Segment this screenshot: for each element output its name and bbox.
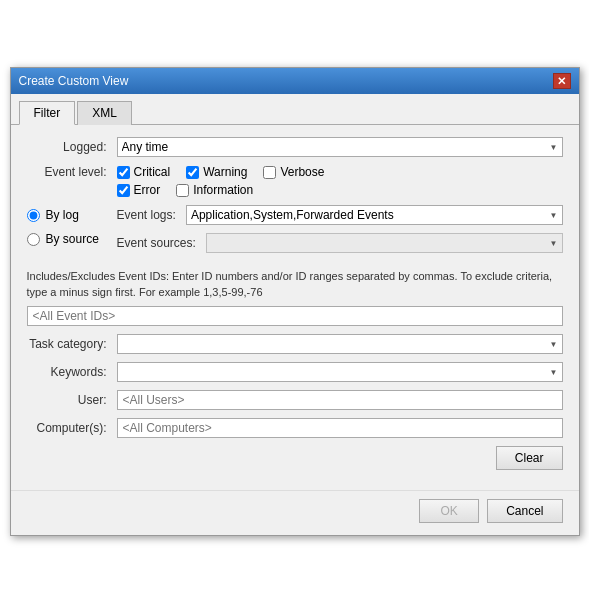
checkbox-row-2: Error Information [117,183,563,197]
computer-input-wrap [117,418,563,438]
event-sources-select-wrapper [206,233,563,253]
dialog-title: Create Custom View [19,74,129,88]
by-source-label: By source [46,232,99,246]
information-checkbox[interactable] [176,184,189,197]
task-category-select[interactable] [117,334,563,354]
keywords-label: Keywords: [27,365,117,379]
information-checkbox-label[interactable]: Information [176,183,253,197]
by-source-radio-label[interactable]: By source [27,229,117,249]
event-level-checkboxes: Critical Warning Verbose Error [117,165,563,197]
computer-input[interactable] [117,418,563,438]
user-input[interactable] [117,390,563,410]
task-category-label: Task category: [27,337,117,351]
event-ids-input-wrap [27,306,563,326]
keywords-row: Keywords: [27,362,563,382]
event-logs-select[interactable]: Application,System,Forwarded Events [186,205,563,225]
error-checkbox[interactable] [117,184,130,197]
event-logs-label: Event logs: [117,208,186,222]
event-level-row: Event level: Critical Warning Verbose [27,165,563,197]
title-bar: Create Custom View ✕ [11,68,579,94]
clear-button-row: Clear [27,446,563,470]
tab-filter[interactable]: Filter [19,101,76,125]
warning-checkbox-label[interactable]: Warning [186,165,247,179]
information-label: Information [193,183,253,197]
log-source-selects: Event logs: Application,System,Forwarded… [117,205,563,261]
logged-select[interactable]: Any time [117,137,563,157]
checkbox-row-1: Critical Warning Verbose [117,165,563,179]
close-button[interactable]: ✕ [553,73,571,89]
tab-bar: Filter XML [11,94,579,125]
filter-content: Logged: Any time Event level: Critical [11,125,579,486]
keywords-select-wrapper [117,362,563,382]
verbose-label: Verbose [280,165,324,179]
computer-label: Computer(s): [27,421,117,435]
by-log-label: By log [46,208,79,222]
by-source-radio[interactable] [27,233,40,246]
by-log-radio[interactable] [27,209,40,222]
task-category-row: Task category: [27,334,563,354]
event-sources-select[interactable] [206,233,563,253]
critical-checkbox[interactable] [117,166,130,179]
user-label: User: [27,393,117,407]
radio-column: By log By source [27,205,117,261]
by-log-radio-label[interactable]: By log [27,205,117,225]
ok-button[interactable]: OK [419,499,479,523]
dialog-footer: OK Cancel [11,490,579,535]
critical-label: Critical [134,165,171,179]
tab-xml[interactable]: XML [77,101,132,125]
warning-checkbox[interactable] [186,166,199,179]
event-level-label: Event level: [27,165,117,179]
task-category-select-wrapper [117,334,563,354]
log-source-section: By log By source Event logs: Application… [27,205,563,261]
critical-checkbox-label[interactable]: Critical [117,165,171,179]
logged-row: Logged: Any time [27,137,563,157]
cancel-button[interactable]: Cancel [487,499,562,523]
keywords-select[interactable] [117,362,563,382]
help-text: Includes/Excludes Event IDs: Enter ID nu… [27,269,563,300]
user-input-wrap [117,390,563,410]
verbose-checkbox[interactable] [263,166,276,179]
logged-label: Logged: [27,140,117,154]
event-sources-row: Event sources: [117,233,563,253]
verbose-checkbox-label[interactable]: Verbose [263,165,324,179]
warning-label: Warning [203,165,247,179]
clear-button[interactable]: Clear [496,446,563,470]
event-logs-row: Event logs: Application,System,Forwarded… [117,205,563,225]
logged-select-wrapper: Any time [117,137,563,157]
event-sources-label: Event sources: [117,236,206,250]
create-custom-view-dialog: Create Custom View ✕ Filter XML Logged: … [10,67,580,536]
event-ids-row [27,306,563,326]
event-ids-input[interactable] [27,306,563,326]
user-row: User: [27,390,563,410]
computer-row: Computer(s): [27,418,563,438]
error-label: Error [134,183,161,197]
event-logs-select-wrapper: Application,System,Forwarded Events [186,205,563,225]
error-checkbox-label[interactable]: Error [117,183,161,197]
